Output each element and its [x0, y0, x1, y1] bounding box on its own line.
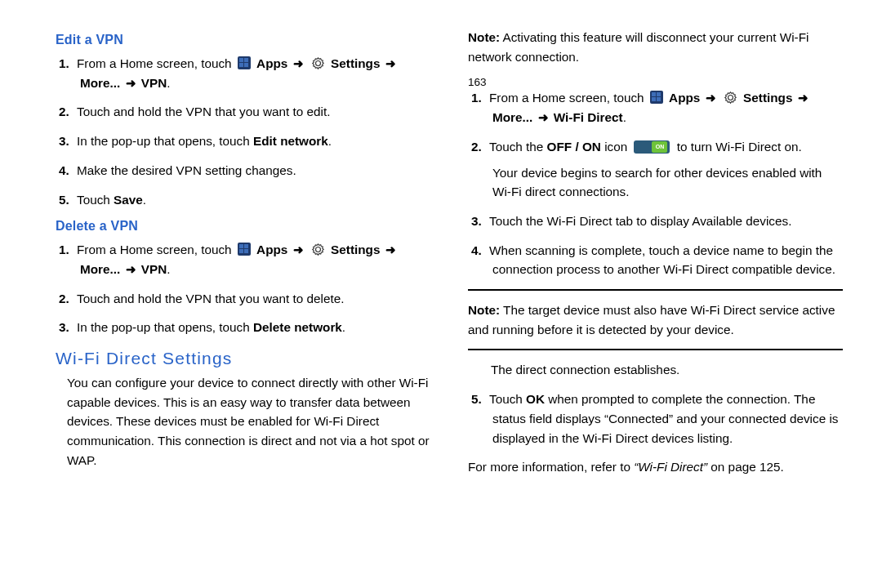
delete-vpn-steps: 1.From a Home screen, touch Apps ➜ Setti… [56, 240, 430, 337]
list-item: 1.From a Home screen, touch Apps ➜ Setti… [78, 240, 430, 278]
list-item: 3.In the pop-up that opens, touch Edit n… [78, 131, 430, 151]
page-number: 163 [468, 76, 843, 88]
list-item: 3.In the pop-up that opens, touch Delete… [78, 318, 430, 337]
wifi-direct-steps: 1.From a Home screen, touch Apps ➜ Setti… [468, 88, 843, 279]
list-item: 3.Touch the Wi-Fi Direct tab to display … [491, 212, 843, 231]
list-item: 4.Make the desired VPN setting changes. [78, 161, 430, 180]
heading-edit-vpn: Edit a VPN [56, 33, 430, 47]
gear-icon [311, 56, 325, 70]
list-item: 2.Touch the OFF / ON icon to turn Wi-Fi … [491, 137, 843, 202]
list-item: 2.Touch and hold the VPN that you want t… [78, 289, 430, 309]
list-item: 1.From a Home screen, touch Apps ➜ Setti… [491, 88, 843, 127]
list-item: 1.From a Home screen, touch Apps ➜ Setti… [78, 54, 430, 92]
list-item: 5.Touch OK when prompted to complete the… [491, 390, 843, 448]
after-note-text: The direct connection establishes. [491, 360, 843, 380]
crossref: For more information, refer to “Wi-Fi Di… [468, 457, 843, 477]
note-block: Note: The target device must also have W… [468, 289, 843, 350]
list-item: 4.When scanning is complete, touch a dev… [491, 241, 843, 279]
arrow-icon: ➜ [292, 56, 305, 70]
apps-icon [650, 91, 663, 104]
heading-delete-vpn: Delete a VPN [56, 219, 430, 234]
wifi-direct-steps-cont: 5.Touch OK when prompted to complete the… [468, 390, 843, 448]
gear-icon [724, 91, 737, 105]
list-item: 5.Touch Save. [78, 190, 430, 210]
list-item: 2.Touch and hold the VPN that you want t… [78, 102, 430, 122]
wifi-note: Note: Activating this feature will disco… [468, 28, 843, 66]
apps-icon [238, 243, 251, 256]
toggle-on-icon [634, 140, 670, 154]
heading-wifi-direct: Wi-Fi Direct Settings [56, 349, 430, 368]
wifi-intro: You can configure your device to connect… [56, 373, 430, 470]
edit-vpn-steps: 1.From a Home screen, touch Apps ➜ Setti… [56, 54, 430, 209]
manual-page: Edit a VPN 1.From a Home screen, touch A… [0, 0, 882, 588]
apps-icon [238, 56, 251, 69]
gear-icon [311, 243, 325, 256]
